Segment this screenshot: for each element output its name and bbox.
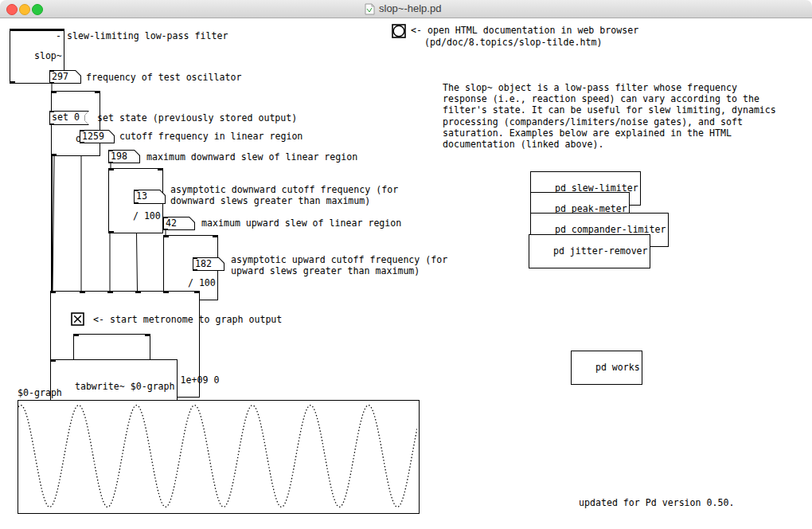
tagline-comment: - slew-limiting low-pass filter xyxy=(56,30,228,41)
pd-patch-window: slop~-help.pd slop~ - slew-limiting low-… xyxy=(0,0,812,529)
version-note: updated for Pd version 0.50. xyxy=(579,497,734,508)
set-state-comment: set state (previously stored output) xyxy=(97,112,297,123)
inlet-nub xyxy=(107,291,113,293)
object-box-tabwrite: tabwrite~ $0-graph xyxy=(50,359,178,404)
inlet-nub xyxy=(135,291,141,293)
number-value: 297 xyxy=(52,72,68,82)
inlet-nub xyxy=(213,235,218,237)
outlet-nub xyxy=(108,231,114,233)
doc-comment-line2: (pd/doc/8.topics/slop-tilde.htm) xyxy=(424,37,602,48)
object-label: / 100 xyxy=(133,210,161,221)
object-label: pd jitter-remover xyxy=(553,245,648,257)
subpatch-works[interactable]: pd works xyxy=(571,351,642,385)
inlet-nub xyxy=(95,91,100,93)
object-label: slop~ xyxy=(34,50,62,61)
inlet-nub xyxy=(108,168,114,170)
number-value: 42 xyxy=(166,218,177,229)
down-asym-comment: asymptotic downward cutoff frequency (fo… xyxy=(170,184,398,206)
graph-canvas xyxy=(18,400,420,514)
number-box-cutoff[interactable]: 1259 xyxy=(80,130,115,143)
inlet-nub xyxy=(158,168,163,170)
up-asym-comment: asymptotic upward cutoff frequency (for … xyxy=(231,254,447,276)
inlet-nub xyxy=(163,235,169,237)
number-box-down-asym[interactable]: 13 xyxy=(134,190,166,204)
inlet-nub xyxy=(163,291,169,293)
object-label: / 100 xyxy=(188,277,216,288)
number-box-up-asym[interactable]: 182 xyxy=(193,257,224,271)
description-text: The slop~ object is a low-pass filter wh… xyxy=(443,82,776,150)
inlet-nub xyxy=(80,291,85,293)
inlet-nub xyxy=(50,359,56,362)
number-box-up-slew[interactable]: 42 xyxy=(163,217,195,230)
number-value: 1259 xyxy=(82,131,104,142)
doc-comment-line1: <- open HTML documentation in web browse… xyxy=(411,25,638,36)
inlet-nub xyxy=(194,291,200,293)
cutoff-comment: cutoff frequency in linear region xyxy=(119,131,303,142)
number-value: 13 xyxy=(136,191,147,202)
outlet-nub xyxy=(10,81,15,84)
outlet-nub xyxy=(51,154,57,156)
inlet-nub xyxy=(51,91,57,93)
message-label: set 0 xyxy=(52,112,80,123)
object-label: tabwrite~ $0-graph xyxy=(75,381,175,392)
inlet-nub xyxy=(145,334,150,336)
down-slew-comment: maximum downward slew of linear region xyxy=(146,151,357,163)
subpatch-jitter-remover[interactable]: pd jitter-remover xyxy=(529,234,650,268)
toggle-metronome[interactable] xyxy=(71,312,84,326)
object-label: pd works xyxy=(595,362,640,373)
number-value: 198 xyxy=(111,151,127,162)
frequency-comment: frequency of test oscillator xyxy=(86,72,241,83)
number-box-frequency[interactable]: 297 xyxy=(49,70,81,84)
bang-button-open-docs[interactable] xyxy=(392,24,406,38)
number-value: 182 xyxy=(195,259,212,269)
waveform-plot xyxy=(18,401,417,511)
message-box-set-state[interactable]: set 0 xyxy=(49,111,89,125)
number-box-down-slew[interactable]: 198 xyxy=(108,150,140,163)
graph-array-label: $0-graph xyxy=(18,387,62,398)
metronome-comment: <- start metronome to graph output xyxy=(93,314,282,325)
inlet-nub xyxy=(50,291,56,293)
up-slew-comment: maximum upward slew of linear region xyxy=(201,217,401,229)
object-label: pd compander-limiter xyxy=(555,224,666,235)
inlet-nub xyxy=(73,334,79,336)
